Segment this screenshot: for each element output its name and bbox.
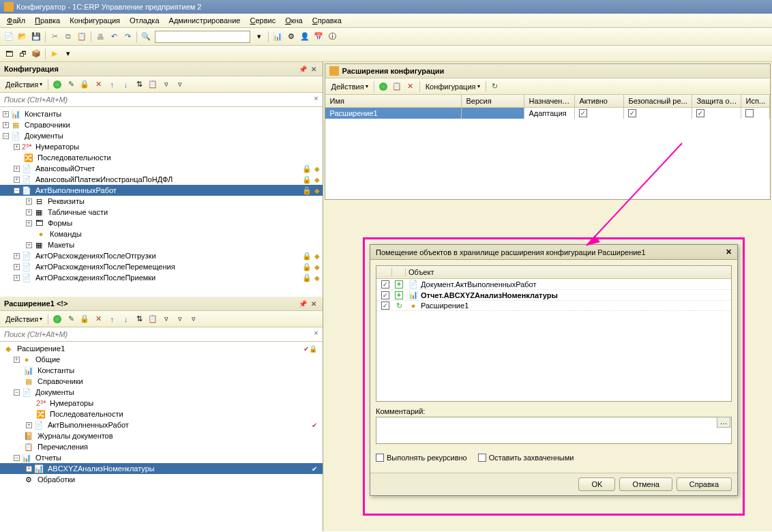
edit-icon[interactable]: ✎ bbox=[65, 313, 77, 325]
checkbox[interactable]: ✓ bbox=[696, 109, 704, 117]
up-icon[interactable]: ↑ bbox=[106, 78, 118, 91]
tree-commands[interactable]: Команды bbox=[48, 230, 83, 238]
tb2-c-icon[interactable]: 📦 bbox=[30, 48, 42, 60]
tree-advpay[interactable]: АвансовыйПлатежИностранцаПоНДФЛ bbox=[34, 175, 174, 183]
run-dropdown-icon[interactable]: ▾ bbox=[62, 48, 74, 60]
tb2-b-icon[interactable]: 🗗 bbox=[16, 48, 29, 60]
tb2-a-icon[interactable]: 🗔 bbox=[3, 48, 15, 60]
open-icon[interactable]: 📂 bbox=[16, 31, 29, 43]
ext-akt[interactable]: АктВыполненныхРабот bbox=[46, 421, 130, 429]
search-icon[interactable]: 🔍 bbox=[140, 31, 152, 43]
col-purpose[interactable]: Назначение bbox=[524, 95, 575, 107]
refresh-icon[interactable]: ↻ bbox=[489, 80, 501, 93]
clear-search-icon[interactable]: × bbox=[310, 329, 321, 340]
checkbox[interactable]: ✓ bbox=[579, 109, 587, 117]
pin-icon[interactable]: 📌 bbox=[298, 299, 308, 308]
tree-layouts[interactable]: Макеты bbox=[46, 241, 76, 249]
recursive-checkbox[interactable]: Выполнять рекурсивно bbox=[376, 454, 467, 462]
new-icon[interactable]: 📄 bbox=[3, 31, 15, 43]
undo-icon[interactable]: ↶ bbox=[108, 31, 120, 43]
dropdown-icon[interactable]: ▾ bbox=[253, 31, 265, 43]
ext-root[interactable]: Расширение1 bbox=[16, 344, 66, 353]
filter-icon[interactable]: ▿ bbox=[160, 313, 173, 325]
sort-icon[interactable]: ⇅ bbox=[133, 313, 145, 325]
pin-icon[interactable]: 📌 bbox=[298, 64, 308, 74]
config-tree[interactable]: +📊Константы +▦Справочники −📄Документы +2… bbox=[0, 107, 323, 297]
comment-input[interactable] bbox=[376, 417, 732, 444]
refresh-icon[interactable]: ↻ bbox=[395, 301, 403, 310]
tool-c-icon[interactable]: 👤 bbox=[299, 31, 311, 43]
ext-documents[interactable]: Документы bbox=[34, 388, 76, 396]
tool-d-icon[interactable]: 📅 bbox=[312, 31, 325, 43]
checkbox[interactable]: ✓ bbox=[381, 280, 389, 289]
ext-numerators[interactable]: Нумераторы bbox=[48, 399, 95, 407]
delete-icon[interactable]: ✕ bbox=[404, 80, 417, 93]
ext-sequences[interactable]: Последовательности bbox=[48, 410, 125, 418]
menu-service[interactable]: Сервис bbox=[246, 15, 280, 26]
expand-icon[interactable]: + bbox=[395, 280, 403, 289]
tree-akt[interactable]: АктВыполненныхРабот bbox=[34, 186, 118, 194]
add-icon[interactable] bbox=[377, 80, 389, 93]
ext-reports[interactable]: Отчеты bbox=[34, 454, 63, 462]
down-icon[interactable]: ↓ bbox=[119, 313, 132, 325]
print-icon[interactable]: 🖶 bbox=[94, 31, 106, 43]
paste-icon[interactable]: 📋 bbox=[76, 31, 88, 43]
tree-forms[interactable]: Формы bbox=[46, 219, 74, 227]
filter3-icon[interactable]: ▿ bbox=[188, 313, 200, 325]
filter2-icon[interactable]: ▿ bbox=[174, 78, 186, 91]
config-dropdown[interactable]: Конфигурация bbox=[423, 82, 483, 91]
tree-advance[interactable]: АвансовыйОтчет bbox=[34, 164, 96, 173]
lock-icon[interactable]: 🔒 bbox=[78, 313, 91, 325]
dialog-titlebar[interactable]: Помещение объектов в хранилище расширени… bbox=[370, 245, 737, 260]
ext-processing[interactable]: Обработки bbox=[36, 475, 76, 484]
delete-icon[interactable]: ✕ bbox=[92, 78, 104, 91]
checkbox[interactable]: ✓ bbox=[381, 291, 389, 299]
add-icon[interactable] bbox=[51, 313, 63, 325]
actions-button[interactable]: Действия bbox=[3, 80, 45, 89]
run-icon[interactable]: ▶ bbox=[48, 48, 61, 60]
menu-edit[interactable]: Правка bbox=[31, 15, 64, 26]
delete-icon[interactable]: ✕ bbox=[92, 313, 104, 325]
col-protect[interactable]: Защита от... bbox=[692, 95, 741, 107]
menu-admin[interactable]: Администрирование bbox=[165, 15, 245, 26]
tree-documents[interactable]: Документы bbox=[23, 132, 65, 140]
edit-icon[interactable]: ✎ bbox=[65, 78, 77, 91]
keep-checkbox[interactable]: Оставить захваченными bbox=[478, 454, 574, 462]
checkbox[interactable]: ✓ bbox=[628, 109, 636, 117]
down-icon[interactable]: ↓ bbox=[119, 78, 132, 91]
ok-button[interactable]: OK bbox=[578, 477, 615, 491]
checkbox[interactable] bbox=[745, 109, 754, 117]
col-use[interactable]: Исп... bbox=[741, 95, 770, 107]
close-icon[interactable]: ✕ bbox=[309, 299, 318, 308]
search-input[interactable] bbox=[155, 31, 250, 43]
ext-constants[interactable]: Константы bbox=[36, 366, 76, 374]
expand-icon[interactable]: + bbox=[395, 291, 403, 299]
sort-icon[interactable]: ⇅ bbox=[133, 78, 145, 91]
menu-windows[interactable]: Окна bbox=[281, 15, 307, 26]
redo-icon[interactable]: ↷ bbox=[121, 31, 134, 43]
save-icon[interactable]: 💾 bbox=[30, 31, 42, 43]
ext-common[interactable]: Общие bbox=[34, 355, 61, 364]
lock-icon[interactable]: 🔒 bbox=[78, 78, 91, 91]
menu-config[interactable]: Конфигурация bbox=[65, 15, 124, 26]
tree-numerators[interactable]: Нумераторы bbox=[34, 143, 80, 151]
ext-search-input[interactable] bbox=[1, 329, 310, 340]
tree-disc2[interactable]: АктОРасхожденияхПослеПеремещения bbox=[34, 263, 177, 271]
close-icon[interactable]: ✕ bbox=[726, 248, 732, 256]
clear-search-icon[interactable]: × bbox=[310, 94, 321, 105]
table-row[interactable]: Расширение1 Адаптация ✓ ✓ ✓ bbox=[325, 108, 770, 119]
copy-icon[interactable]: ⧉ bbox=[62, 31, 74, 43]
col-active[interactable]: Активно bbox=[575, 95, 624, 107]
object-row[interactable]: ✓ + 📄Документ.АктВыполненныхРабот bbox=[376, 279, 731, 290]
config-search-input[interactable] bbox=[1, 94, 310, 105]
props-icon[interactable]: 📋 bbox=[147, 78, 159, 91]
tree-catalogs[interactable]: Справочники bbox=[23, 121, 72, 129]
actions-button[interactable]: Действия bbox=[3, 314, 45, 324]
ext-tree[interactable]: ◆Расширение1✔🔒 +●Общие 📊Константы ▦Справ… bbox=[0, 342, 323, 531]
object-row[interactable]: ✓ ↻ ●Расширение1 bbox=[376, 301, 731, 311]
col-name[interactable]: Имя bbox=[325, 95, 462, 107]
tree-sequences[interactable]: Последовательности bbox=[36, 153, 113, 162]
tree-disc1[interactable]: АктОРасхожденияхПослеОтгрузки bbox=[34, 252, 158, 260]
col-version[interactable]: Версия bbox=[462, 95, 524, 107]
cancel-button[interactable]: Отмена bbox=[619, 477, 672, 491]
